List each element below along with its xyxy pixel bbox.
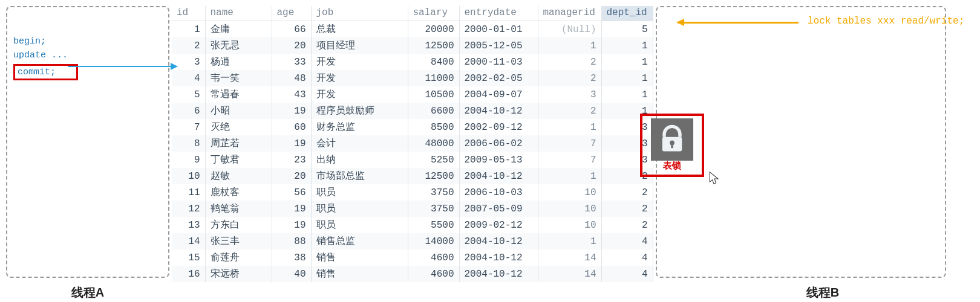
table-cell: 48000 xyxy=(408,135,459,152)
table-cell: 职员 xyxy=(311,184,408,201)
table-row[interactable]: 10赵敏20市场部总监125002004-10-1212 xyxy=(172,168,653,184)
table-cell: 销售 xyxy=(311,266,408,282)
th-age[interactable]: age xyxy=(272,6,311,21)
th-name[interactable]: name xyxy=(205,6,272,21)
lock-icon xyxy=(651,118,693,161)
table-cell: 40 xyxy=(272,266,311,282)
table-lock-overlay: 表锁 xyxy=(640,114,704,177)
thread-a-panel: begin; update ... commit; xyxy=(6,6,169,278)
table-cell: 6 xyxy=(172,103,205,119)
table-cell: 8500 xyxy=(408,119,459,135)
table-cell: 19 xyxy=(272,201,311,217)
table-cell: 11000 xyxy=(408,70,459,86)
table-cell: 2004-10-12 xyxy=(459,249,538,266)
th-deptid[interactable]: dept_id xyxy=(601,6,653,21)
table-row[interactable]: 6小昭19程序员鼓励师66002004-10-1221 xyxy=(172,103,653,119)
table-row[interactable]: 14张三丰88销售总监140002004-10-1214 xyxy=(172,233,653,249)
table-cell: 60 xyxy=(272,119,311,135)
table-cell: 1 xyxy=(538,37,601,54)
table-cell: 7 xyxy=(172,119,205,135)
th-id[interactable]: id xyxy=(172,6,205,21)
table-cell: 6600 xyxy=(408,103,459,119)
table-cell: 市场部总监 xyxy=(311,168,408,184)
table-cell: 2005-12-05 xyxy=(459,37,538,54)
th-entrydate[interactable]: entrydate xyxy=(459,6,538,21)
table-cell: 2 xyxy=(538,54,601,70)
table-row[interactable]: 13方东白19职员55002009-02-12102 xyxy=(172,217,653,233)
table-cell: 1 xyxy=(538,119,601,135)
table-cell: 15 xyxy=(172,249,205,266)
table-cell: 2009-05-13 xyxy=(459,152,538,168)
thread-b-label: 线程B xyxy=(678,284,968,301)
table-cell: 2009-02-12 xyxy=(459,217,538,233)
table-row[interactable]: 5常遇春43开发105002004-09-0731 xyxy=(172,86,653,103)
table-cell: 48 xyxy=(272,70,311,86)
table-cell: 小昭 xyxy=(205,103,272,119)
table-cell: 12500 xyxy=(408,168,459,184)
table-cell: 2002-02-05 xyxy=(459,70,538,86)
table-cell: 20 xyxy=(272,168,311,184)
table-cell: 2004-10-12 xyxy=(459,233,538,249)
table-row[interactable]: 7灭绝60财务总监85002002-09-1213 xyxy=(172,119,653,135)
table-header-row: id name age job salary entrydate manager… xyxy=(172,6,653,21)
table-cell: 11 xyxy=(172,184,205,201)
table-cell: 7 xyxy=(538,135,601,152)
table-cell: 开发 xyxy=(311,70,408,86)
table-cell: 5 xyxy=(601,21,653,38)
table-cell: 10 xyxy=(172,168,205,184)
table-cell: 14000 xyxy=(408,233,459,249)
table-cell: 3 xyxy=(538,86,601,103)
table-row[interactable]: 15俞莲舟38销售46002004-10-12144 xyxy=(172,249,653,266)
svg-rect-2 xyxy=(671,144,673,149)
table-cell: 10 xyxy=(538,184,601,201)
table-row[interactable]: 16宋远桥40销售46002004-10-12144 xyxy=(172,266,653,282)
table-cell: 13 xyxy=(172,217,205,233)
table-cell: 14 xyxy=(172,233,205,249)
table-cell: 张无忌 xyxy=(205,37,272,54)
table-cell: 5250 xyxy=(408,152,459,168)
table-cell: 4 xyxy=(172,70,205,86)
table-cell: 2006-06-02 xyxy=(459,135,538,152)
table-row[interactable]: 4韦一笑48开发110002002-02-0521 xyxy=(172,70,653,86)
table-cell: 3750 xyxy=(408,184,459,201)
label-spacer xyxy=(169,282,678,301)
table-row[interactable]: 9丁敏君23出纳52502009-05-1373 xyxy=(172,152,653,168)
table-cell: 5500 xyxy=(408,217,459,233)
cursor-icon xyxy=(709,172,720,186)
table-cell: 2 xyxy=(538,70,601,86)
table-row[interactable]: 2张无忌20项目经理125002005-12-0511 xyxy=(172,37,653,54)
table-row[interactable]: 11鹿杖客56职员37502006-10-03102 xyxy=(172,184,653,201)
table-row[interactable]: 3杨逍33开发84002000-11-0321 xyxy=(172,54,653,70)
table-cell: 20000 xyxy=(408,21,459,38)
table-cell: 职员 xyxy=(311,201,408,217)
table-row[interactable]: 1金庸66总裁200002000-01-01(Null)5 xyxy=(172,21,653,38)
employee-table: id name age job salary entrydate manager… xyxy=(172,6,653,282)
th-managerid[interactable]: managerid xyxy=(538,6,601,21)
th-job[interactable]: job xyxy=(311,6,408,21)
table-cell: 16 xyxy=(172,266,205,282)
table-cell: 2 xyxy=(538,103,601,119)
table-row[interactable]: 8周芷若19会计480002006-06-0273 xyxy=(172,135,653,152)
table-cell: 杨逍 xyxy=(205,54,272,70)
table-cell: 1 xyxy=(172,21,205,38)
sql-update-text: update ... xyxy=(13,50,68,60)
table-cell: 10 xyxy=(538,201,601,217)
table-cell: 金庸 xyxy=(205,21,272,38)
table-cell: 2004-10-12 xyxy=(459,103,538,119)
table-row[interactable]: 12鹤笔翁19职员37502007-05-09102 xyxy=(172,201,653,217)
table-cell: 赵敏 xyxy=(205,168,272,184)
table-cell: 项目经理 xyxy=(311,37,408,54)
table-cell: 出纳 xyxy=(311,152,408,168)
table-cell: 鹿杖客 xyxy=(205,184,272,201)
table-cell: 职员 xyxy=(311,217,408,233)
thread-a-label: 线程A xyxy=(6,284,169,301)
table-cell: 2007-05-09 xyxy=(459,201,538,217)
thread-labels-row: 线程A 线程B xyxy=(6,282,974,301)
table-cell: 5 xyxy=(172,86,205,103)
table-cell: 4600 xyxy=(408,266,459,282)
table-cell: 2000-11-03 xyxy=(459,54,538,70)
table-cell: 4 xyxy=(601,249,653,266)
th-salary[interactable]: salary xyxy=(408,6,459,21)
table-cell: 宋远桥 xyxy=(205,266,272,282)
table-cell: 俞莲舟 xyxy=(205,249,272,266)
